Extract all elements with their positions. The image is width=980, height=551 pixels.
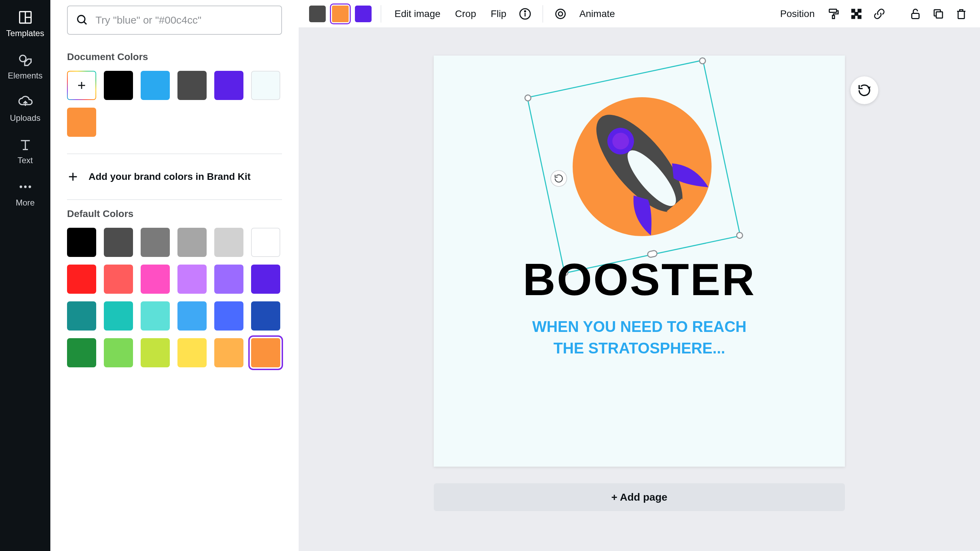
transparency-icon — [850, 8, 862, 20]
rotate-handle[interactable] — [550, 170, 567, 187]
default-color-5[interactable] — [251, 228, 280, 257]
default-color-1[interactable] — [104, 228, 133, 257]
animate-icon — [554, 8, 567, 20]
svg-rect-18 — [829, 9, 837, 12]
rail-more[interactable]: More — [0, 172, 50, 214]
regenerate-button[interactable] — [851, 76, 878, 104]
editor-area: Edit image Crop Flip Animate Position — [299, 0, 980, 551]
animate-icon-button[interactable] — [552, 6, 569, 22]
crop-button[interactable]: Crop — [451, 5, 480, 23]
default-color-4[interactable] — [214, 228, 243, 257]
doc-color-2[interactable] — [177, 71, 207, 100]
add-page-button[interactable]: + Add page — [434, 483, 845, 511]
rail-elements[interactable]: Elements — [0, 45, 50, 87]
refresh-icon — [858, 83, 871, 97]
logo-title[interactable]: BOOSTER — [434, 254, 845, 305]
default-color-21[interactable] — [177, 338, 207, 367]
default-color-15[interactable] — [177, 302, 207, 330]
doc-color-0[interactable] — [104, 71, 133, 100]
context-toolbar: Edit image Crop Flip Animate Position — [299, 0, 980, 28]
default-colors-grid — [67, 228, 282, 367]
tb-swatch-0[interactable] — [309, 6, 326, 22]
uploads-icon — [18, 94, 33, 110]
rail-text-label: Text — [18, 156, 33, 165]
elements-icon — [18, 52, 33, 67]
edit-image-button[interactable]: Edit image — [390, 5, 444, 23]
default-color-8[interactable] — [141, 265, 170, 294]
default-color-16[interactable] — [214, 302, 243, 330]
brand-kit-label: Add your brand colors in Brand Kit — [89, 171, 251, 182]
default-color-17[interactable] — [251, 302, 280, 330]
svg-point-5 — [24, 186, 26, 188]
rotate-icon — [554, 174, 564, 183]
position-button[interactable]: Position — [776, 5, 819, 23]
logo-subtitle[interactable]: WHEN YOU NEED TO REACH THE STRATOSPHERE.… — [434, 316, 845, 359]
default-color-7[interactable] — [104, 265, 133, 294]
svg-rect-24 — [858, 15, 861, 18]
doc-color-4[interactable] — [251, 71, 280, 100]
delete-button[interactable] — [953, 6, 970, 22]
svg-point-4 — [19, 186, 22, 188]
info-button[interactable] — [517, 6, 533, 22]
link-button[interactable] — [871, 6, 888, 22]
rail-more-label: More — [16, 198, 35, 208]
rail-templates[interactable]: Templates — [0, 3, 50, 45]
default-color-11[interactable] — [251, 265, 280, 294]
default-color-22[interactable] — [214, 338, 243, 367]
left-rail: Templates Elements Uploads Text More — [0, 0, 50, 551]
add-color-swatch[interactable] — [67, 71, 96, 100]
trash-icon — [955, 8, 967, 20]
resize-handle-tl[interactable] — [524, 94, 532, 102]
text-icon — [18, 137, 33, 152]
plus-icon — [67, 171, 79, 183]
paint-roller-icon — [827, 8, 840, 20]
divider — [67, 154, 282, 154]
flip-button[interactable]: Flip — [487, 5, 511, 23]
rail-text[interactable]: Text — [0, 130, 50, 172]
default-color-9[interactable] — [177, 265, 207, 294]
templates-icon — [18, 10, 33, 25]
add-page-label: + Add page — [611, 491, 667, 503]
doc-color-1[interactable] — [141, 71, 170, 100]
svg-rect-21 — [858, 9, 861, 12]
tb-swatch-1[interactable] — [332, 6, 348, 22]
default-color-6[interactable] — [67, 265, 96, 294]
default-color-13[interactable] — [104, 302, 133, 330]
default-color-10[interactable] — [214, 265, 243, 294]
resize-handle-br[interactable] — [735, 231, 744, 240]
rail-uploads[interactable]: Uploads — [0, 87, 50, 130]
lock-button[interactable] — [907, 6, 924, 22]
document-colors-title: Document Colors — [67, 51, 282, 62]
default-color-19[interactable] — [104, 338, 133, 367]
transparency-button[interactable] — [848, 6, 865, 22]
default-color-2[interactable] — [141, 228, 170, 257]
default-color-23[interactable] — [251, 338, 280, 367]
default-color-18[interactable] — [67, 338, 96, 367]
animate-button[interactable]: Animate — [575, 5, 619, 23]
copy-style-button[interactable] — [825, 6, 842, 22]
default-color-20[interactable] — [141, 338, 170, 367]
default-colors-title: Default Colors — [67, 208, 282, 219]
duplicate-button[interactable] — [930, 6, 947, 22]
separator — [380, 5, 381, 22]
link-icon — [873, 8, 886, 20]
svg-point-7 — [78, 16, 85, 23]
brand-kit-button[interactable]: Add your brand colors in Brand Kit — [67, 171, 282, 183]
default-color-0[interactable] — [67, 228, 96, 257]
plus-icon — [76, 80, 87, 91]
doc-color-5[interactable] — [67, 108, 96, 137]
more-icon — [18, 179, 33, 194]
default-color-12[interactable] — [67, 302, 96, 330]
tb-swatch-2[interactable] — [355, 6, 372, 22]
svg-rect-19 — [832, 15, 835, 18]
color-search[interactable] — [67, 6, 282, 35]
resize-handle-tr[interactable] — [698, 57, 707, 65]
selection-box[interactable] — [527, 60, 741, 274]
default-color-14[interactable] — [141, 302, 170, 330]
color-search-input[interactable] — [95, 14, 273, 26]
default-color-3[interactable] — [177, 228, 207, 257]
design-canvas[interactable]: BOOSTER WHEN YOU NEED TO REACH THE STRAT… — [434, 56, 845, 467]
svg-line-8 — [84, 22, 87, 25]
svg-rect-20 — [852, 9, 855, 12]
doc-color-3[interactable] — [214, 71, 243, 100]
